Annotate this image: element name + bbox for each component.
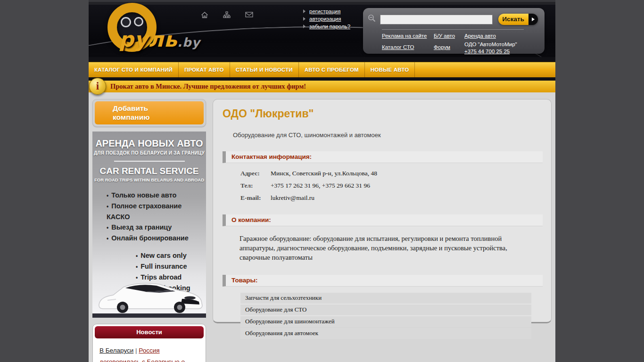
nav-item-new-cars[interactable]: НОВЫЕ АВТО	[365, 62, 415, 77]
contact-phone-value: +375 17 262 31 96, +375 29 662 31 96	[271, 182, 370, 189]
register-link[interactable]: регистрация	[309, 8, 340, 14]
site-logo[interactable]: руль.by	[94, 1, 236, 57]
add-company-line1: Добавить	[113, 104, 204, 113]
contact-row: E-mail: lukretiv@mail.ru	[240, 194, 551, 202]
contact-section-heading: Контактная информация:	[223, 151, 543, 163]
about-section-heading: О компании:	[223, 214, 543, 226]
contact-label: Тел:	[240, 182, 266, 189]
auth-row: авторизация	[303, 16, 350, 22]
banner-subtitle-ru: ДЛЯ ПОЕЗДОК ПО БЕЛАРУСИ И ЗА ГРАНИЦУ	[92, 150, 206, 156]
banner-bullets-ru: Только новые авто Полное страхование КАС…	[92, 190, 206, 244]
nav-item-used-cars[interactable]: АВТО С ПРОБЕГОМ	[299, 62, 365, 77]
logo-text: руль.by	[119, 27, 200, 51]
add-company-button[interactable]: Добавить компанию	[95, 101, 204, 124]
contact-address-value: Минск, Советский р-н, ул.Кольцова, 48	[271, 170, 377, 177]
gauge-icon	[121, 17, 131, 27]
search-icon	[368, 14, 380, 25]
banner-bullet: New cars only	[136, 250, 206, 261]
nav-item-sto-catalog[interactable]: КАТАЛОГ СТО И КОМПАНИЙ	[89, 62, 179, 77]
forgot-password-link[interactable]: забыли пароль?	[309, 24, 350, 29]
company-card: ОДО "Люкретив" Оборудование для СТО, шин…	[213, 99, 552, 323]
banner-divider	[114, 161, 185, 162]
banner-bullet: Full insurance	[136, 261, 206, 272]
site-container: руль.by	[89, 0, 555, 362]
home-icon[interactable]	[201, 11, 208, 19]
banner-subtitle-en: FOR ROAD TRIPS WITHIN BELARUS AND ABROAD	[92, 177, 206, 182]
logo-brand: руль	[119, 27, 177, 51]
arrow-bullet-icon	[303, 25, 305, 28]
partner-name: ОДО "АвтоМотоМир"	[464, 41, 517, 47]
search-button-arrow-icon	[528, 14, 538, 25]
arrow-bullet-icon	[303, 17, 305, 21]
main-navigation: КАТАЛОГ СТО И КОМПАНИЙ ПРОКАТ АВТО СТАТЬ…	[89, 62, 555, 77]
search-button-label: Искать	[498, 14, 528, 25]
notice-bar: i Прокат авто в Минске. Лучшие предложен…	[89, 81, 555, 92]
quick-icons	[201, 11, 253, 19]
car-rental-banner[interactable]: АРЕНДА НОВЫХ АВТО ДЛЯ ПОЕЗДОК ПО БЕЛАРУС…	[92, 132, 206, 318]
add-company-line2: компанию	[113, 113, 204, 122]
news-item: В Беларуси | Россия договорилась с Белар…	[95, 338, 204, 362]
contact-email-value: lukretiv@mail.ru	[271, 194, 314, 202]
search-button[interactable]: Искать	[498, 14, 538, 25]
banner-title-ru: АРЕНДА НОВЫХ АВТО	[92, 132, 206, 149]
ads-link[interactable]: Реклама на сайте	[382, 33, 434, 39]
used-cars-link[interactable]: Б/У авто	[434, 33, 464, 39]
arrow-bullet-icon	[303, 9, 305, 13]
news-separator: |	[135, 347, 137, 354]
product-row[interactable]: Оборудование для шиномонтажей	[240, 316, 531, 327]
auth-row: забыли пароль?	[303, 24, 350, 29]
logo-tld: .by	[177, 35, 200, 49]
banner-bullet: Только новые авто	[107, 190, 206, 201]
car-photo	[93, 277, 205, 317]
company-tagline: Оборудование для СТО, шиномонтажей и авт…	[233, 132, 551, 139]
product-row[interactable]: Оборудования для автомоек	[240, 328, 531, 339]
product-row[interactable]: Запчасти для сельхозтехники	[240, 293, 531, 304]
banner-bullet: Полное страхование КАСКО	[107, 201, 206, 222]
gauge-icon	[134, 17, 143, 26]
forum-link[interactable]: Форум	[434, 44, 464, 55]
contact-row: Тел: +375 17 262 31 96, +375 29 662 31 9…	[240, 182, 551, 189]
banner-bullet: Онлайн бронирование	[107, 233, 206, 244]
contact-label: E-mail:	[240, 194, 266, 202]
banner-title-en: CAR RENTAL SERVICE	[92, 166, 206, 176]
products-list: Запчасти для сельхозтехники Оборудование…	[240, 293, 531, 339]
mail-icon[interactable]	[245, 11, 253, 19]
sitemap-icon[interactable]	[223, 11, 231, 19]
company-name: ОДО "Люкретив"	[223, 107, 551, 120]
partner-phone-link[interactable]: +375 44 700 25 25	[464, 48, 510, 55]
header: руль.by	[89, 0, 555, 57]
news-category-link[interactable]: В Беларуси	[99, 347, 133, 354]
banner-bullet: Выезд за границу	[107, 222, 206, 233]
sto-catalog-link[interactable]: Каталог СТО	[382, 44, 434, 55]
search-panel-links: Реклама на сайте Б/У авто Аренда авто Ка…	[363, 30, 545, 55]
about-text: Гаражное оборудование: оборудование для …	[239, 234, 523, 262]
partner-block: ОДО "АвтоМотоМир" +375 44 700 25 25	[464, 41, 545, 55]
info-icon: i	[89, 78, 106, 95]
contact-row: Адрес: Минск, Советский р-н, ул.Кольцова…	[240, 170, 551, 177]
news-widget: Новости В Беларуси | Россия договорилась…	[92, 324, 206, 362]
contact-table: Адрес: Минск, Советский р-н, ул.Кольцова…	[240, 170, 551, 202]
sidebar: Добавить компанию АРЕНДА НОВЫХ АВТО ДЛЯ …	[92, 99, 206, 362]
login-link[interactable]: авторизация	[309, 16, 341, 22]
nav-item-articles-news[interactable]: СТАТЬИ И НОВОСТИ	[230, 62, 299, 77]
car-rental-link[interactable]: Аренда авто	[464, 33, 545, 39]
search-row: Искать	[363, 8, 545, 25]
auth-row: регистрация	[303, 8, 350, 14]
contact-label: Адрес:	[240, 170, 266, 177]
top-block: руль.by	[89, 0, 555, 92]
news-widget-title: Новости	[95, 326, 204, 338]
nav-item-car-rental[interactable]: ПРОКАТ АВТО	[179, 62, 230, 77]
search-panel: Искать Реклама на сайте Б/У авто Аренда …	[363, 8, 545, 54]
notice-text: Прокат авто в Минске. Лучшие предложения…	[110, 81, 555, 92]
products-section-heading: Товары:	[223, 275, 543, 287]
main-area: Добавить компанию АРЕНДА НОВЫХ АВТО ДЛЯ …	[89, 92, 555, 362]
auth-links: регистрация авторизация забыли пароль?	[303, 8, 350, 31]
product-row[interactable]: Оборудование для СТО	[240, 304, 531, 315]
search-input[interactable]	[380, 15, 493, 25]
add-company-wrapper: Добавить компанию	[92, 99, 206, 127]
